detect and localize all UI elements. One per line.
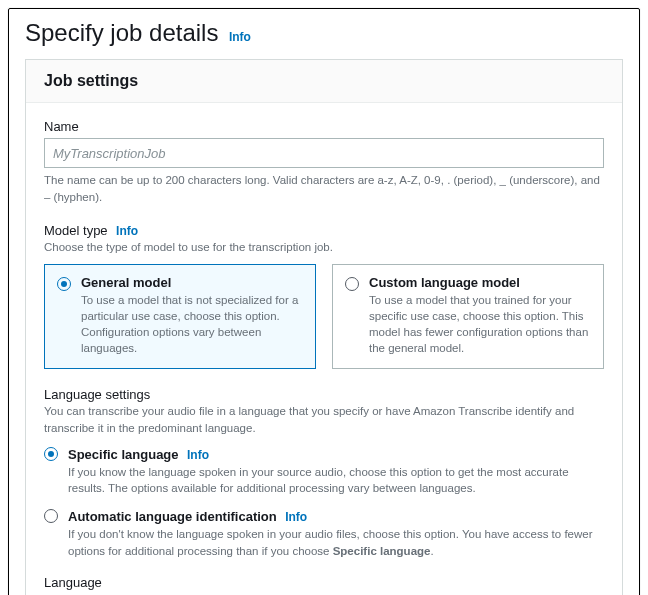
lang-opt-desc-specific: If you know the language spoken in your … [68,464,604,497]
language-settings-helper: You can transcribe your audio file in a … [44,403,604,436]
lang-option-auto[interactable]: Automatic language identification Info I… [44,507,604,559]
lang-opt-title-auto: Automatic language identification [68,509,277,524]
lang-opt-auto-info-link[interactable]: Info [285,510,307,524]
radio-icon [57,277,71,291]
model-type-info-link[interactable]: Info [116,224,138,238]
radio-icon [44,447,58,461]
name-helper: The name can be up to 200 characters lon… [44,172,604,205]
model-type-helper: Choose the type of model to use for the … [44,239,604,256]
lang-option-specific[interactable]: Specific language Info If you know the l… [44,445,604,497]
lang-opt-desc-auto: If you don't know the language spoken in… [68,526,604,559]
radio-icon [345,277,359,291]
model-type-tile-custom[interactable]: Custom language model To use a model tha… [332,264,604,369]
lang-opt-specific-info-link[interactable]: Info [187,448,209,462]
model-type-label: Model type [44,223,108,238]
tile-desc-general: To use a model that is not specialized f… [81,292,303,356]
name-input[interactable] [44,138,604,168]
panel-title-job-settings: Job settings [44,72,604,90]
tile-desc-custom: To use a model that you trained for your… [369,292,591,356]
tile-title-general: General model [81,275,303,290]
model-type-tile-general[interactable]: General model To use a model that is not… [44,264,316,369]
name-label: Name [44,119,604,134]
language-settings-label: Language settings [44,387,150,402]
job-settings-panel: Job settings Name The name can be up to … [25,59,623,595]
lang-opt-title-specific: Specific language [68,447,179,462]
lang-opt-desc-auto-bold: Specific language [333,545,431,557]
language-label: Language [44,575,604,590]
tile-title-custom: Custom language model [369,275,591,290]
lang-opt-desc-auto-prefix: If you don't know the language spoken in… [68,528,593,557]
page-info-link[interactable]: Info [229,30,251,44]
lang-opt-desc-auto-suffix: . [430,545,433,557]
radio-icon [44,509,58,523]
page-title: Specify job details [25,19,218,46]
